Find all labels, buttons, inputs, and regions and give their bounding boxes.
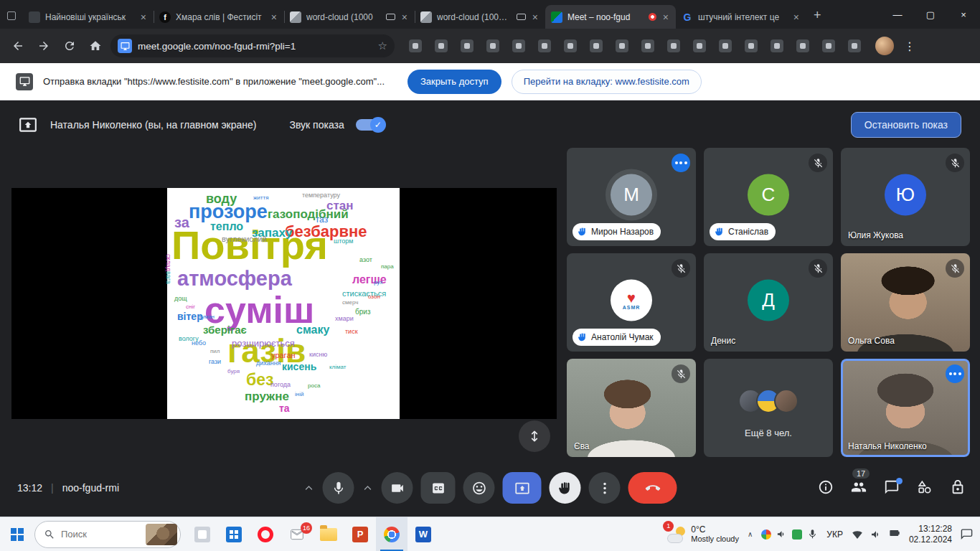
browser-tab[interactable]: fХмара слів | Фестисіт×: [154, 5, 284, 29]
screenshot-icon[interactable]: [667, 39, 680, 52]
participant-tile[interactable]: С Станіслав: [704, 148, 833, 246]
tab-close-icon[interactable]: ×: [661, 11, 670, 23]
app-icon-explorer[interactable]: [313, 517, 344, 551]
mic-options-chevron-icon[interactable]: [303, 482, 315, 494]
app-icon-store[interactable]: [218, 517, 250, 551]
tray-volume-icon[interactable]: [776, 529, 787, 540]
docs-icon[interactable]: [590, 39, 603, 52]
tab-close-icon[interactable]: ×: [400, 11, 409, 23]
tray-app-icon[interactable]: [761, 529, 771, 540]
hidden-icons-chevron-icon[interactable]: ∧: [748, 530, 753, 538]
app-icon-photos[interactable]: [187, 517, 218, 551]
address-bar[interactable]: meet.google.com/noo-fgud-rmi?pli=1 ☆: [110, 34, 395, 57]
tab-close-icon[interactable]: ×: [531, 11, 540, 23]
stop-sharing-button[interactable]: Закрыть доступ: [407, 70, 501, 94]
participant-tile[interactable]: Д Денис: [704, 253, 833, 352]
tab-close-icon[interactable]: ×: [270, 11, 278, 23]
avatar[interactable]: [875, 37, 894, 55]
browser-tab[interactable]: word-cloud (1000×: [284, 5, 415, 29]
reload-icon[interactable]: [59, 35, 80, 57]
tab-close-icon[interactable]: ×: [792, 11, 801, 23]
search-highlight-image[interactable]: [146, 524, 177, 545]
clip-icon[interactable]: [435, 39, 448, 52]
bookmarks-icon[interactable]: [564, 39, 577, 52]
app-icon-opera[interactable]: [250, 517, 281, 551]
windows-icon[interactable]: [822, 39, 835, 52]
app-icon-mail[interactable]: 16: [281, 517, 313, 551]
weather-widget[interactable]: 1 0°C Mostly cloudy: [668, 525, 739, 544]
forward-icon[interactable]: [33, 35, 55, 57]
search-input[interactable]: [61, 529, 140, 540]
battery-icon[interactable]: [889, 527, 900, 542]
present-button[interactable]: [503, 472, 542, 504]
browser-tab[interactable]: word-cloud (1000×10×: [415, 5, 545, 29]
maximize-button[interactable]: ▢: [914, 0, 947, 29]
app-icon-chrome[interactable]: [376, 517, 407, 551]
taskbar-search[interactable]: [34, 521, 181, 548]
browser-tab[interactable]: Meet – noo-fgud×: [545, 5, 676, 29]
language-indicator[interactable]: УКР: [826, 529, 843, 540]
new-tab-button[interactable]: +: [806, 8, 830, 29]
delete-icon[interactable]: [616, 39, 628, 52]
participant-tile[interactable]: ♥ ASMR Анатолій Чумак: [567, 253, 696, 352]
people-panel-icon[interactable]: 17: [851, 479, 867, 495]
overflow-tile[interactable]: Ещё 8 чел.: [704, 359, 833, 457]
tab-close-icon[interactable]: ×: [139, 11, 148, 23]
scroll-participants-button[interactable]: [519, 420, 550, 452]
minimize-button[interactable]: —: [881, 0, 914, 29]
tray-app-icon[interactable]: [792, 529, 802, 540]
captions-button[interactable]: [421, 472, 456, 504]
browser-tab[interactable]: Gштучний інтелект це×: [676, 5, 806, 29]
reading-list-icon[interactable]: [745, 39, 758, 52]
participant-tile[interactable]: Наталья Николенко: [841, 359, 970, 457]
action-center-icon[interactable]: [961, 528, 973, 540]
meeting-details-icon[interactable]: [818, 479, 834, 495]
share-sound-toggle[interactable]: ✓: [356, 119, 385, 131]
translate-icon[interactable]: [693, 39, 706, 52]
volume-icon[interactable]: [870, 529, 882, 540]
sharing-hub-icon[interactable]: [409, 39, 422, 52]
activities-icon[interactable]: [917, 479, 933, 495]
meet-favicon-icon: [551, 11, 562, 23]
password-icon[interactable]: [486, 39, 499, 52]
raise-hand-button[interactable]: [550, 472, 581, 504]
participant-tile[interactable]: Єва: [567, 359, 696, 457]
tray-mic-icon[interactable]: [807, 529, 818, 540]
presentation-stage[interactable]: Повітряатмосферасумішгазівпрозоребезбарв…: [11, 148, 557, 458]
bookmark-star-icon[interactable]: ☆: [378, 39, 387, 52]
reactions-button[interactable]: [463, 472, 495, 504]
mic-button[interactable]: [323, 472, 354, 504]
crop-icon[interactable]: [796, 39, 809, 52]
camera-options-chevron-icon[interactable]: [362, 482, 374, 494]
link-icon[interactable]: [771, 39, 783, 52]
print-icon[interactable]: [641, 39, 654, 52]
apps-grid-icon[interactable]: [719, 39, 732, 52]
camera-button[interactable]: [382, 472, 413, 504]
location-icon[interactable]: [538, 39, 551, 52]
participant-tile[interactable]: М Мирон Назаров: [567, 148, 696, 246]
taskbar-clock[interactable]: 13:12:28 02.12.2024: [909, 524, 952, 545]
host-controls-icon[interactable]: [950, 479, 966, 495]
goto-tab-button[interactable]: Перейти на вкладку: www.festisite.com: [512, 70, 702, 94]
url-text[interactable]: meet.google.com/noo-fgud-rmi?pli=1: [138, 41, 372, 52]
end-call-button[interactable]: [628, 472, 677, 504]
stop-presenting-button[interactable]: Остановить показ: [851, 112, 961, 138]
start-button[interactable]: [0, 517, 34, 551]
browser-menu-icon[interactable]: ⋮: [898, 39, 922, 53]
wallet-icon[interactable]: [512, 39, 525, 52]
app-icon-word[interactable]: [407, 517, 439, 551]
chat-panel-icon[interactable]: [884, 479, 900, 495]
word-cloud-word: роса: [308, 383, 320, 389]
wifi-icon[interactable]: [852, 529, 863, 540]
devtools-icon[interactable]: [848, 39, 861, 52]
browser-tab[interactable]: Найновіші українськ×: [23, 5, 154, 29]
home-icon[interactable]: [85, 35, 106, 57]
close-button[interactable]: ×: [947, 0, 980, 29]
participant-tile[interactable]: Ольга Сова: [841, 253, 970, 352]
back-icon[interactable]: [7, 35, 29, 57]
more-options-button[interactable]: [589, 472, 621, 504]
app-icon-powerpoint[interactable]: [344, 517, 376, 551]
workflow-icon[interactable]: [461, 39, 473, 52]
participant-tile[interactable]: Ю Юлия Жукова: [841, 148, 970, 246]
windows-logo-icon: [11, 528, 24, 541]
